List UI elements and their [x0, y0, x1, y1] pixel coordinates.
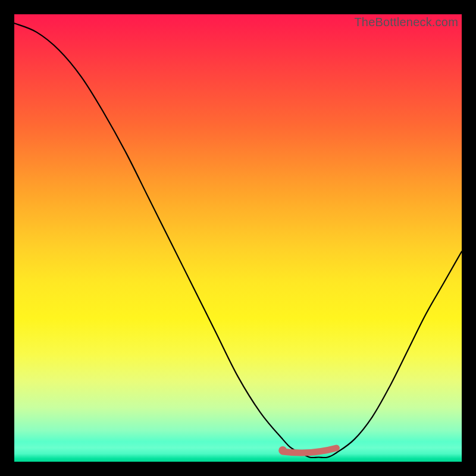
optimal-start-dot [278, 446, 287, 455]
plot-area: TheBottleneck.com [14, 14, 462, 462]
curve-layer [14, 14, 462, 462]
optimal-range-marker [283, 448, 336, 453]
attribution-label: TheBottleneck.com [354, 15, 458, 29]
chart-frame: TheBottleneck.com [0, 0, 476, 476]
bottleneck-curve [14, 23, 462, 458]
